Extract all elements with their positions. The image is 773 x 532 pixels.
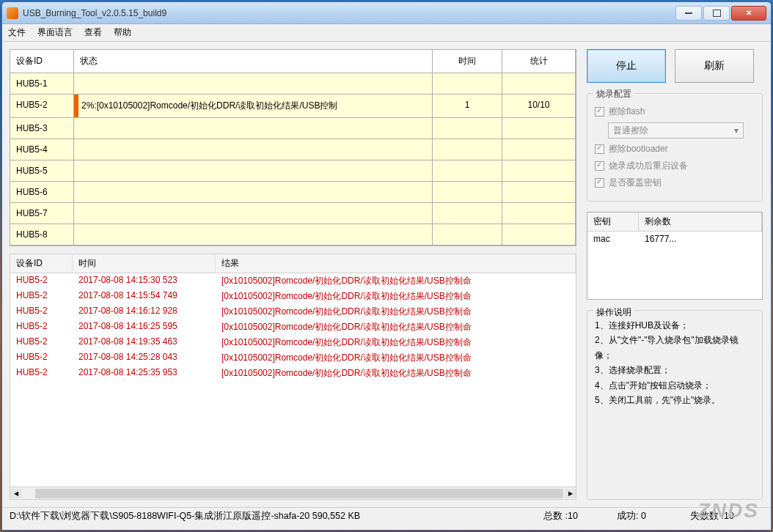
- status-text: [74, 208, 80, 218]
- log-col-result[interactable]: 结果: [216, 254, 576, 273]
- device-id-cell: HUB5-7: [10, 203, 74, 224]
- log-time: 2017-08-08 14:25:28 043: [73, 350, 216, 366]
- log-id: HUB5-2: [10, 366, 73, 381]
- menu-file[interactable]: 文件: [8, 26, 26, 39]
- window-controls: [674, 6, 766, 21]
- log-col-id[interactable]: 设备ID: [10, 254, 73, 273]
- col-time[interactable]: 时间: [433, 50, 502, 73]
- instruction-line: 2、从"文件"-"导入烧录包"加载烧录镜像；: [595, 333, 755, 363]
- log-hscrollbar[interactable]: ◀ ▶: [10, 487, 576, 499]
- log-row[interactable]: HUB5-22017-08-08 14:25:28 043[0x10105002…: [10, 350, 576, 366]
- log-time: 2017-08-08 14:16:25 595: [73, 319, 216, 335]
- log-body[interactable]: HUB5-22017-08-08 14:15:30 523[0x10105002…: [10, 273, 576, 487]
- menu-help[interactable]: 帮助: [114, 26, 131, 39]
- key-count: 16777...: [639, 232, 762, 246]
- log-result: [0x10105002]Romcode/初始化DDR/读取初始化结果/USB控制…: [216, 335, 576, 350]
- key-col-name[interactable]: 密钥: [587, 213, 639, 231]
- status-text: [74, 166, 80, 176]
- status-text: [74, 78, 80, 89]
- status-fail: 失败数 :10: [690, 510, 763, 522]
- device-row[interactable]: HUB5-22%:[0x10105002]Romcode/初始化DDR/读取初始…: [10, 95, 576, 118]
- statusbar: D:\软件下载\浏览器下载\S905-8188WIFI-Q5-集成浙江原版遥控-…: [2, 507, 771, 525]
- status-text: [74, 229, 80, 240]
- chk-overwrite-key[interactable]: 是否覆盖密钥: [595, 177, 755, 189]
- device-row[interactable]: HUB5-3: [10, 118, 576, 139]
- menu-view[interactable]: 查看: [84, 26, 102, 39]
- col-status[interactable]: 状态: [74, 50, 433, 73]
- menu-language[interactable]: 界面语言: [37, 26, 73, 39]
- log-col-time[interactable]: 时间: [73, 254, 216, 273]
- device-time-cell: [433, 224, 502, 245]
- col-stat[interactable]: 统计: [502, 50, 576, 73]
- log-time: 2017-08-08 14:25:35 953: [73, 366, 216, 381]
- status-total: 总数 :10: [543, 510, 617, 522]
- checkbox-icon: [595, 161, 604, 171]
- log-panel: 设备ID 时间 结果 HUB5-22017-08-08 14:15:30 523…: [10, 254, 576, 500]
- erase-mode-combo[interactable]: 普通擦除: [608, 122, 744, 138]
- col-device-id[interactable]: 设备ID: [10, 50, 74, 73]
- status-text: [74, 187, 80, 197]
- log-row[interactable]: HUB5-22017-08-08 14:19:35 463[0x10105002…: [10, 335, 576, 350]
- scroll-thumb[interactable]: [35, 489, 563, 498]
- device-row[interactable]: HUB5-4: [10, 139, 576, 160]
- minimize-button[interactable]: [675, 6, 702, 21]
- device-id-cell: HUB5-6: [10, 182, 74, 203]
- log-result: [0x10105002]Romcode/初始化DDR/读取初始化结果/USB控制…: [216, 350, 576, 366]
- refresh-button[interactable]: 刷新: [675, 49, 754, 83]
- device-status-cell: [74, 160, 433, 182]
- log-id: HUB5-2: [10, 289, 73, 304]
- log-id: HUB5-2: [10, 335, 73, 350]
- device-table: 设备ID 状态 时间 统计 HUB5-1HUB5-22%:[0x10105002…: [10, 49, 576, 246]
- log-result: [0x10105002]Romcode/初始化DDR/读取初始化结果/USB控制…: [216, 289, 576, 304]
- device-time-cell: [433, 118, 502, 139]
- device-stat-cell: [502, 224, 576, 245]
- chk-erase-flash[interactable]: 擦除flash: [595, 106, 755, 118]
- instructions-group: 操作说明 1、连接好HUB及设备；2、从"文件"-"导入烧录包"加载烧录镜像；3…: [587, 310, 763, 500]
- key-row[interactable]: mac 16777...: [587, 232, 762, 246]
- device-row[interactable]: HUB5-8: [10, 224, 576, 245]
- device-row[interactable]: HUB5-7: [10, 203, 576, 224]
- log-time: 2017-08-08 14:19:35 463: [73, 335, 216, 350]
- log-time: 2017-08-08 14:15:54 749: [73, 289, 216, 304]
- device-time-cell: 1: [433, 95, 502, 118]
- device-status-cell: [74, 139, 433, 160]
- checkbox-icon: [595, 178, 604, 188]
- device-row[interactable]: HUB5-5: [10, 160, 576, 182]
- stop-button[interactable]: 停止: [587, 49, 666, 83]
- status-success: 成功: 0: [617, 510, 690, 522]
- chk-reboot[interactable]: 烧录成功后重启设备: [595, 160, 755, 172]
- titlebar[interactable]: USB_Burning_Tool_v2.0.5.15_build9: [2, 2, 771, 24]
- device-status-cell: [74, 73, 433, 95]
- device-status-cell: 2%:[0x10105002]Romcode/初始化DDR/读取初始化结果/US…: [74, 95, 433, 118]
- key-name: mac: [587, 232, 639, 246]
- key-col-remain[interactable]: 剩余数: [639, 213, 762, 231]
- instruction-line: 3、选择烧录配置；: [595, 363, 755, 377]
- device-status-cell: [74, 224, 433, 245]
- burn-config-group: 烧录配置 擦除flash 普通擦除 擦除bootloader 烧录成功后重启设备…: [587, 93, 763, 202]
- device-stat-cell: [502, 139, 576, 160]
- maximize-button[interactable]: [703, 6, 730, 21]
- device-stat-cell: 10/10: [502, 95, 576, 118]
- device-status-cell: [74, 182, 433, 203]
- log-row[interactable]: HUB5-22017-08-08 14:16:12 928[0x10105002…: [10, 304, 576, 319]
- close-button[interactable]: [731, 6, 766, 21]
- log-row[interactable]: HUB5-22017-08-08 14:16:25 595[0x10105002…: [10, 319, 576, 335]
- chk-erase-bootloader[interactable]: 擦除bootloader: [595, 143, 755, 155]
- checkbox-icon: [595, 107, 604, 117]
- right-pane: 停止 刷新 烧录配置 擦除flash 普通擦除 擦除bootloader 烧录成…: [587, 49, 763, 500]
- log-result: [0x10105002]Romcode/初始化DDR/读取初始化结果/USB控制…: [216, 304, 576, 319]
- device-id-cell: HUB5-2: [10, 95, 74, 118]
- log-time: 2017-08-08 14:16:12 928: [73, 304, 216, 319]
- log-id: HUB5-2: [10, 319, 73, 335]
- device-row[interactable]: HUB5-6: [10, 182, 576, 203]
- log-row[interactable]: HUB5-22017-08-08 14:15:30 523[0x10105002…: [10, 273, 576, 289]
- log-row[interactable]: HUB5-22017-08-08 14:25:35 953[0x10105002…: [10, 366, 576, 381]
- device-stat-cell: [502, 73, 576, 95]
- device-row[interactable]: HUB5-1: [10, 73, 576, 95]
- scroll-left-arrow[interactable]: ◀: [10, 489, 21, 498]
- log-row[interactable]: HUB5-22017-08-08 14:15:54 749[0x10105002…: [10, 289, 576, 304]
- key-table-header: 密钥 剩余数: [587, 213, 762, 232]
- main-window: USB_Burning_Tool_v2.0.5.15_build9 文件 界面语…: [1, 1, 772, 531]
- menubar: 文件 界面语言 查看 帮助: [2, 24, 771, 42]
- scroll-right-arrow[interactable]: ▶: [565, 489, 576, 498]
